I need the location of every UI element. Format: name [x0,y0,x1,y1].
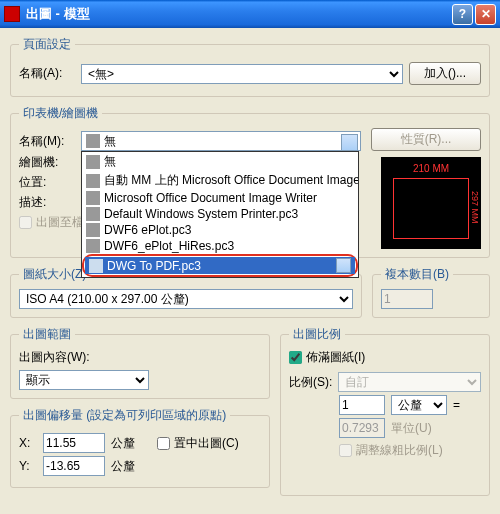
x-input[interactable] [43,433,105,453]
scale-lineweight-checkbox [339,444,352,457]
page-name-label: 名稱(A): [19,65,75,82]
printer-option[interactable]: 無 [82,152,358,171]
printer-group: 印表機/繪圖機 名稱(M): 無 無 自動 MM 上的 Microsoft Of… [10,105,490,258]
printer-option[interactable]: 自動 MM 上的 Microsoft Office Document Image… [82,171,358,190]
paper-size-select[interactable]: ISO A4 (210.00 x 297.00 公釐) [19,289,353,309]
add-button[interactable]: 加入()... [409,62,481,85]
scale-numerator-input[interactable] [339,395,385,415]
copies-legend: 複本數目(B) [381,266,453,283]
y-label: Y: [19,459,37,473]
x-label: X: [19,436,37,450]
scale-select: 自訂 [338,372,481,392]
plot-what-label: 出圖內容(W): [19,349,261,366]
page-name-select[interactable]: <無> [81,64,403,84]
y-unit: 公釐 [111,458,135,475]
plot-area-legend: 出圖範圍 [19,326,75,343]
location-label: 位置: [19,174,75,191]
window-title: 出圖 - 模型 [26,5,452,23]
printer-dropdown-list[interactable]: 無 自動 MM 上的 Microsoft Office Document Ima… [81,151,359,278]
plot-scale-group: 出圖比例 佈滿圖紙(I) 比例(S): 自訂 公釐 = [280,326,490,496]
printer-option[interactable]: Microsoft Office Document Image Writer [82,190,358,206]
preview-width-label: 210 MM [387,163,475,174]
plot-area-group: 出圖範圍 出圖內容(W): 顯示 [10,326,270,399]
scale-lineweight-label: 調整線粗比例(L) [356,442,443,459]
plot-offset-legend: 出圖偏移量 (設定為可列印區域的原點) [19,407,230,424]
printer-name-label: 名稱(M): [19,133,75,150]
plot-to-file-checkbox [19,216,32,229]
scale-label: 比例(S): [289,374,332,391]
center-plot-checkbox[interactable] [157,437,170,450]
x-unit: 公釐 [111,435,135,452]
scale-denominator-input [339,418,385,438]
page-setup-group: 頁面設定 名稱(A): <無> 加入()... [10,36,490,97]
properties-button: 性質(R)... [371,128,481,151]
equals-sign: = [453,398,460,412]
printer-option[interactable]: Default Windows System Printer.pc3 [82,206,358,222]
close-button[interactable]: ✕ [475,4,496,25]
plot-what-select[interactable]: 顯示 [19,370,149,390]
y-input[interactable] [43,456,105,476]
plot-scale-legend: 出圖比例 [289,326,345,343]
printer-option-selected[interactable]: DWG To PDF.pc3 [85,257,355,274]
scale-unit-select[interactable]: 公釐 [391,395,447,415]
copies-input [381,289,433,309]
app-icon [4,6,20,22]
printer-option[interactable]: DWF6 ePlot.pc3 [82,222,358,238]
copies-group: 複本數目(B) [372,266,490,318]
paper-preview: 210 MM 297 MM [381,157,481,249]
printer-option[interactable]: DWF6_ePlot_HiRes.pc3 [82,238,358,254]
plotter-label: 繪圖機: [19,154,75,171]
plot-to-file-label: 出圖至檔 [36,214,84,231]
center-plot-label: 置中出圖(C) [174,435,239,452]
printer-name-select[interactable]: 無 無 自動 MM 上的 Microsoft Office Document I… [81,131,361,151]
description-label: 描述: [19,194,75,211]
fit-to-paper-label: 佈滿圖紙(I) [306,349,365,366]
plot-offset-group: 出圖偏移量 (設定為可列印區域的原點) X: 公釐 置中出圖(C) Y: 公釐 [10,407,270,488]
denom-unit-label: 單位(U) [391,420,432,437]
printer-legend: 印表機/繪圖機 [19,105,102,122]
page-setup-legend: 頁面設定 [19,36,75,53]
preview-height-label: 297 MM [470,191,480,224]
fit-to-paper-checkbox[interactable] [289,351,302,364]
title-bar: 出圖 - 模型 ? ✕ [0,0,500,28]
help-button[interactable]: ? [452,4,473,25]
paper-size-legend: 圖紙大小(Z) [19,266,90,283]
